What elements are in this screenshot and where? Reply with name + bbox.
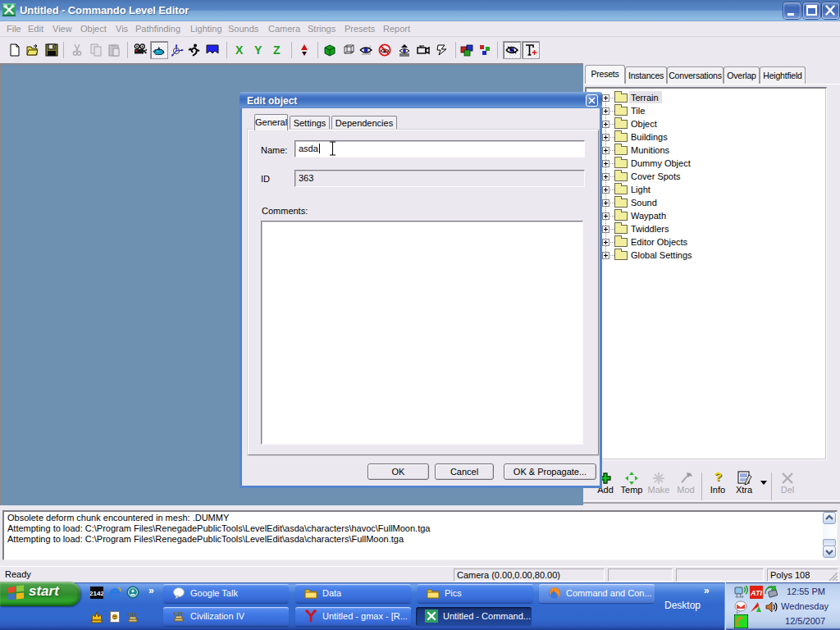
svg-text:2142: 2142 (90, 590, 103, 597)
svg-text:ATI: ATI (750, 589, 762, 597)
